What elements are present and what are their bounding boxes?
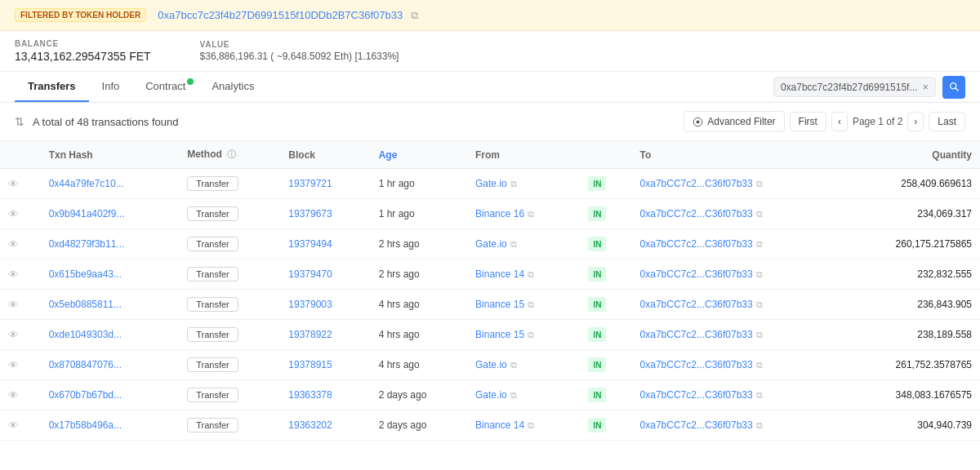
- from-link-8[interactable]: Binance 14 ⧉: [475, 419, 572, 431]
- copy-from-icon-1[interactable]: ⧉: [528, 209, 534, 219]
- txn-link-5[interactable]: 0xde1049303d...: [49, 329, 122, 340]
- pill-close-icon[interactable]: ×: [922, 81, 929, 93]
- to-link-2[interactable]: 0xa7bCC7c2...C36f07b33 ⧉: [640, 238, 833, 250]
- block-link-0[interactable]: 19379721: [288, 178, 332, 189]
- advanced-filter-button[interactable]: Advanced Filter: [684, 111, 784, 132]
- to-link-7[interactable]: 0xa7bCC7c2...C36f07b33 ⧉: [640, 389, 833, 401]
- row-eye-3[interactable]: 👁: [0, 259, 41, 290]
- copy-to-icon-1[interactable]: ⧉: [756, 209, 763, 219]
- to-link-5[interactable]: 0xa7bCC7c2...C36f07b33 ⧉: [640, 329, 833, 340]
- row-quantity-6: 261,752.3578765: [840, 350, 980, 380]
- row-quantity-8: 304,940.739: [840, 410, 980, 441]
- row-eye-1[interactable]: 👁: [0, 199, 41, 229]
- copy-from-icon-5[interactable]: ⧉: [528, 330, 534, 340]
- txn-link-2[interactable]: 0xd48279f3b11...: [49, 238, 125, 250]
- page-info: Page 1 of 2: [853, 116, 902, 127]
- block-link-4[interactable]: 19379003: [288, 299, 332, 310]
- tab-info[interactable]: Info: [89, 72, 133, 102]
- method-info-icon[interactable]: ⓘ: [227, 149, 236, 159]
- sort-icon[interactable]: ⇅: [15, 115, 24, 128]
- table-row: 👁 0x17b58b496a... Transfer 19363202 2 da…: [0, 410, 980, 441]
- block-link-1[interactable]: 19379673: [288, 208, 332, 219]
- transaction-count: A total of 48 transactions found: [33, 116, 179, 128]
- to-link-0[interactable]: 0xa7bCC7c2...C36f07b33 ⧉: [640, 178, 833, 189]
- txn-link-8[interactable]: 0x17b58b496a...: [49, 419, 122, 431]
- copy-to-icon-8[interactable]: ⧉: [756, 420, 763, 431]
- row-eye-7[interactable]: 👁: [0, 380, 41, 410]
- block-link-3[interactable]: 19379470: [288, 268, 332, 280]
- copy-from-icon-4[interactable]: ⧉: [528, 299, 534, 310]
- col-block: Block: [280, 141, 370, 169]
- method-badge-8: Transfer: [187, 418, 238, 432]
- row-quantity-7: 348,083.1676575: [840, 380, 980, 410]
- txn-link-7[interactable]: 0x670b7b67bd...: [49, 389, 122, 401]
- copy-to-icon-2[interactable]: ⧉: [756, 239, 763, 250]
- transactions-table-wrap: Txn Hash Method ⓘ Block Age From To Quan…: [0, 141, 980, 441]
- from-link-1[interactable]: Binance 16 ⧉: [475, 208, 572, 219]
- copy-to-icon-7[interactable]: ⧉: [756, 390, 763, 401]
- tab-analytics[interactable]: Analytics: [198, 72, 267, 102]
- from-link-0[interactable]: Gate.io ⧉: [475, 178, 572, 189]
- row-eye-6[interactable]: 👁: [0, 350, 41, 380]
- row-to-0: 0xa7bCC7c2...C36f07b33 ⧉: [632, 169, 841, 199]
- txn-link-1[interactable]: 0x9b941a402f9...: [49, 208, 125, 219]
- row-direction-6: IN: [580, 350, 631, 380]
- txn-link-6[interactable]: 0x8708847076...: [49, 359, 122, 370]
- from-link-4[interactable]: Binance 15 ⧉: [475, 299, 572, 310]
- row-eye-4[interactable]: 👁: [0, 290, 41, 320]
- txn-link-0[interactable]: 0x44a79fe7c10...: [49, 178, 124, 189]
- copy-from-icon-3[interactable]: ⧉: [528, 269, 534, 280]
- from-link-7[interactable]: Gate.io ⧉: [475, 389, 572, 401]
- copy-to-icon-3[interactable]: ⧉: [756, 269, 763, 280]
- from-link-6[interactable]: Gate.io ⧉: [475, 359, 572, 370]
- in-badge-8: IN: [588, 418, 606, 432]
- tab-contract[interactable]: Contract: [132, 72, 198, 102]
- copy-to-icon-6[interactable]: ⧉: [756, 360, 763, 370]
- svg-point-3: [697, 120, 700, 123]
- value-value: $36,886,196.31 ( ~9,648.5092 Eth) [1.163…: [200, 51, 399, 62]
- copy-from-icon-7[interactable]: ⧉: [510, 390, 517, 401]
- to-link-3[interactable]: 0xa7bCC7c2...C36f07b33 ⧉: [640, 268, 833, 280]
- txn-link-3[interactable]: 0x615be9aa43...: [49, 268, 122, 280]
- block-link-6[interactable]: 19378915: [288, 359, 332, 370]
- row-eye-2[interactable]: 👁: [0, 229, 41, 259]
- row-eye-0[interactable]: 👁: [0, 169, 41, 199]
- copy-to-icon-5[interactable]: ⧉: [756, 330, 763, 340]
- row-from-7: Gate.io ⧉: [467, 380, 580, 410]
- method-badge-3: Transfer: [187, 267, 238, 282]
- row-age-0: 1 hr ago: [371, 169, 467, 199]
- block-link-2[interactable]: 19379494: [288, 238, 332, 250]
- from-link-5[interactable]: Binance 15 ⧉: [475, 329, 572, 340]
- row-eye-5[interactable]: 👁: [0, 320, 41, 350]
- to-link-1[interactable]: 0xa7bCC7c2...C36f07b33 ⧉: [640, 208, 833, 219]
- last-page-button[interactable]: Last: [929, 112, 965, 131]
- from-link-2[interactable]: Gate.io ⧉: [475, 238, 572, 250]
- table-row: 👁 0x670b7b67bd... Transfer 19363378 2 da…: [0, 380, 980, 410]
- first-page-button[interactable]: First: [790, 112, 826, 131]
- block-link-5[interactable]: 19378922: [288, 329, 332, 340]
- copy-from-icon-8[interactable]: ⧉: [528, 420, 534, 431]
- filter-address[interactable]: 0xa7bcc7c23f4b27D6991515f10DDb2B7C36f07b…: [158, 9, 403, 21]
- next-page-button[interactable]: ›: [907, 112, 924, 131]
- copy-to-icon-4[interactable]: ⧉: [756, 299, 763, 310]
- to-link-6[interactable]: 0xa7bCC7c2...C36f07b33 ⧉: [640, 359, 833, 370]
- row-eye-8[interactable]: 👁: [0, 410, 41, 441]
- block-link-8[interactable]: 19363202: [288, 419, 332, 431]
- prev-page-button[interactable]: ‹: [831, 112, 848, 131]
- to-link-8[interactable]: 0xa7bCC7c2...C36f07b33 ⧉: [640, 419, 833, 431]
- copy-to-icon-0[interactable]: ⧉: [756, 179, 763, 189]
- search-button[interactable]: [942, 76, 965, 99]
- svg-line-1: [955, 88, 957, 91]
- txn-link-4[interactable]: 0x5eb0885811...: [49, 299, 122, 310]
- copy-from-icon-6[interactable]: ⧉: [510, 360, 517, 370]
- tab-transfers[interactable]: Transfers: [15, 72, 89, 102]
- copy-from-icon-2[interactable]: ⧉: [510, 239, 517, 250]
- to-link-4[interactable]: 0xa7bCC7c2...C36f07b33 ⧉: [640, 299, 833, 310]
- copy-from-icon-0[interactable]: ⧉: [510, 179, 517, 189]
- copy-address-icon[interactable]: ⧉: [411, 9, 418, 22]
- block-link-7[interactable]: 19363378: [288, 389, 332, 401]
- from-link-3[interactable]: Binance 14 ⧉: [475, 268, 572, 280]
- row-txnhash-7: 0x670b7b67bd...: [41, 380, 180, 410]
- row-age-5: 4 hrs ago: [371, 320, 467, 350]
- row-age-3: 2 hrs ago: [371, 259, 467, 290]
